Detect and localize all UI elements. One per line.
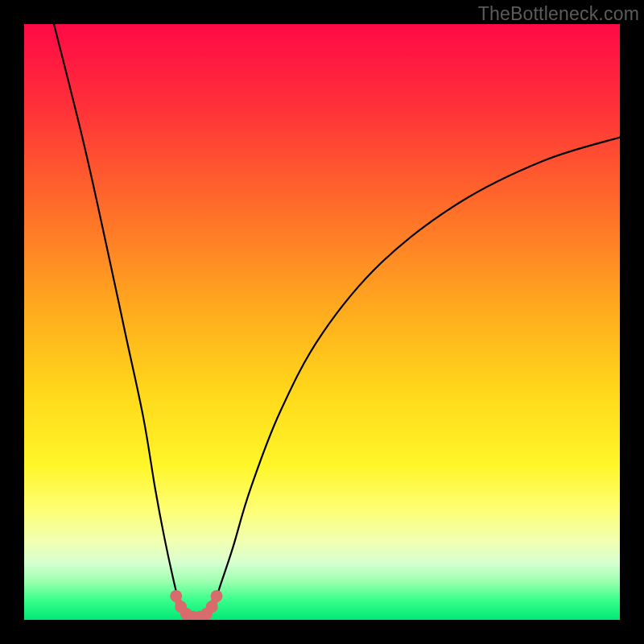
curve-layer <box>24 24 620 620</box>
curve-left-branch <box>54 24 185 614</box>
watermark-label: TheBottleneck.com <box>478 3 639 25</box>
valley-marker-dot <box>206 601 218 613</box>
plot-area <box>24 24 620 620</box>
valley-marker-dot <box>170 590 182 602</box>
valley-marker-dot <box>211 590 223 602</box>
chart-frame: TheBottleneck.com <box>0 0 644 644</box>
curve-right-branch <box>208 138 620 614</box>
valley-marker-group <box>170 590 222 620</box>
